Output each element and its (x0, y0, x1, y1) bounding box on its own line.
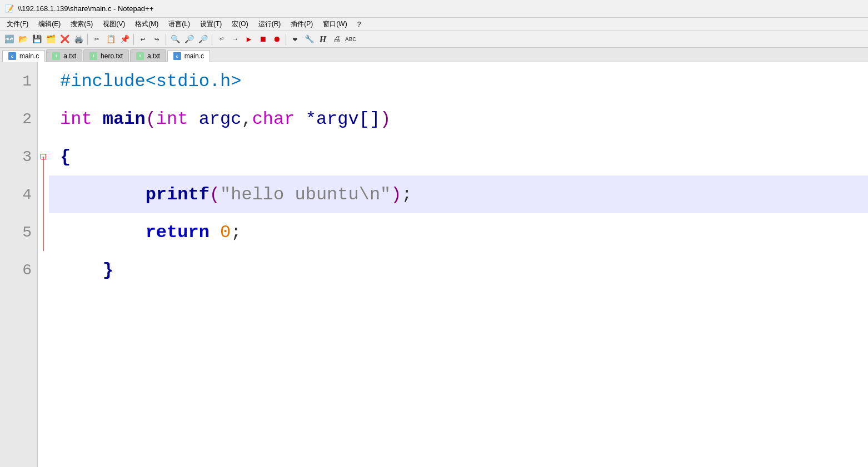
separator-2 (133, 34, 134, 45)
menu-format[interactable]: 格式(M) (131, 18, 163, 30)
menu-help[interactable]: ? (353, 19, 366, 29)
open-button[interactable]: 📂 (16, 33, 29, 46)
code-line-5: return 0 ; (49, 213, 868, 251)
toolbar: 🆕 📂 💾 🗂️ ❌ 🖨️ ✂️ 📋 📌 ↩️ ↪️ 🔍 🔎 🔎 ⏎ → ▶ ⏹… (0, 31, 868, 48)
menu-settings[interactable]: 设置(T) (196, 18, 226, 30)
title-bar: 📝 \\192.168.1.139\share\main.c - Notepad… (0, 0, 868, 18)
print-button[interactable]: 🖨️ (72, 33, 85, 46)
code-line-6: } (49, 251, 868, 289)
find-button[interactable]: 🔍 (168, 33, 182, 46)
app-icon: 📝 (4, 4, 14, 14)
zoom-in-button[interactable]: 🔎 (182, 33, 196, 46)
line-num-4: 4 (0, 175, 37, 213)
tab-label-1: main.c (19, 52, 39, 60)
tab-main-c-2[interactable]: c main.c (167, 50, 210, 62)
tab-icon-c-2: c (173, 52, 181, 60)
code-token-int2: int (156, 109, 188, 129)
menu-file[interactable]: 文件(F) (2, 18, 33, 30)
menu-language[interactable]: 语言(L) (164, 18, 194, 30)
code-token-char: char (252, 109, 295, 129)
code-token-printf-cparen: ) (391, 184, 401, 205)
code-token-oparen: ( (146, 109, 156, 129)
code-token-cparen: ) (380, 109, 391, 129)
tab-a-txt-1[interactable]: t a.txt (46, 49, 82, 62)
undo-button[interactable]: ↩️ (136, 33, 149, 46)
menu-run[interactable]: 运行(R) (254, 18, 286, 30)
macro-button[interactable]: 🔧 (302, 33, 316, 46)
save-button[interactable]: 💾 (30, 33, 43, 46)
save-all-button[interactable]: 🗂️ (44, 33, 57, 46)
spellcheck-button[interactable]: ABC (344, 33, 357, 46)
code-token-zero: 0 (220, 222, 231, 243)
cut-button[interactable]: ✂️ (90, 33, 103, 46)
line-num-5: 5 (0, 213, 37, 251)
tab-label-5: main.c (184, 52, 204, 60)
fold-line-4 (43, 175, 44, 213)
menu-edit[interactable]: 编辑(E) (34, 18, 65, 30)
menu-view[interactable]: 视图(V) (98, 18, 129, 30)
menu-plugins[interactable]: 插件(P) (286, 18, 317, 30)
separator-4 (212, 34, 212, 45)
print2-button[interactable]: 🖨 (330, 33, 343, 46)
zoom-out-button[interactable]: 🔎 (196, 33, 209, 46)
title-text: \\192.168.1.139\share\main.c - Notepad++ (18, 4, 153, 13)
menu-macro[interactable]: 宏(O) (227, 18, 252, 30)
fold-cell-6 (38, 251, 49, 289)
record-button[interactable]: ⏺ (270, 33, 283, 46)
redo-button[interactable]: ↪️ (150, 33, 163, 46)
code-token-include: #include<stdio.h> (60, 71, 241, 92)
code-token-comma: , (241, 109, 252, 129)
line-num-1: 1 (0, 62, 37, 100)
heading-button[interactable]: H (316, 33, 330, 46)
code-token-main: main (103, 109, 146, 129)
tab-icon-c-1: c (8, 52, 16, 60)
fold-line-5 (43, 213, 44, 251)
tab-label-2: a.txt (63, 52, 76, 60)
code-area: 1 2 3 4 5 6 - #include<stdio.h> int m (0, 62, 868, 467)
wrap-button[interactable]: ⏎ (214, 33, 228, 46)
code-token-close-brace: } (103, 260, 113, 280)
run-button[interactable]: ▶ (242, 33, 256, 46)
code-token-open-brace: { (60, 147, 71, 167)
line-num-6: 6 (0, 251, 37, 289)
new-button[interactable]: 🆕 (2, 33, 16, 46)
code-token-printf-paren: ( (209, 184, 220, 205)
tab-icon-txt-3: t (136, 52, 144, 60)
fold-cell-3[interactable]: - (38, 138, 49, 175)
tab-icon-txt-1: t (52, 52, 60, 60)
code-token-semi2: ; (231, 222, 241, 243)
line-num-3: 3 (0, 138, 37, 175)
fold-cell-2 (38, 100, 49, 138)
tab-hero-txt[interactable]: t hero.txt (83, 49, 129, 62)
code-line-2: int main ( int argc , char *argv[] ) (49, 100, 868, 138)
code-token-argc: argc (199, 109, 242, 129)
tab-label-3: hero.txt (101, 52, 123, 60)
fold-area: - (38, 62, 49, 467)
code-token-string: "hello ubuntu\n" (220, 184, 391, 205)
close-button[interactable]: ❌ (58, 33, 71, 46)
menu-window[interactable]: 窗口(W) (318, 18, 351, 30)
code-token-return: return (146, 222, 209, 243)
code-content[interactable]: #include<stdio.h> int main ( int argc , … (49, 62, 868, 467)
copy-button[interactable]: 📋 (104, 33, 117, 46)
code-token-argv: *argv[] (306, 109, 380, 129)
separator-1 (87, 34, 88, 45)
paste-button[interactable]: 📌 (118, 33, 131, 46)
fold-line-start (43, 157, 44, 175)
tab-main-c-1[interactable]: c main.c (2, 50, 45, 62)
menu-bar: 文件(F) 编辑(E) 搜索(S) 视图(V) 格式(M) 语言(L) 设置(T… (0, 18, 868, 31)
tab-a-txt-2[interactable]: t a.txt (130, 49, 166, 62)
menu-search[interactable]: 搜索(S) (66, 18, 97, 30)
line-numbers: 1 2 3 4 5 6 (0, 62, 38, 467)
stop-button[interactable]: ⏹ (256, 33, 270, 46)
code-line-4: printf ( "hello ubuntu\n" ) ; (49, 175, 868, 213)
indent-button[interactable]: → (228, 33, 242, 46)
code-token-semi1: ; (402, 184, 412, 205)
code-token-printf: printf (146, 184, 209, 205)
tab-label-4: a.txt (147, 52, 160, 60)
bookmark-button[interactable]: ❤️ (288, 33, 302, 46)
tab-bar: c main.c t a.txt t hero.txt t a.txt c ma… (0, 48, 868, 62)
fold-cell-5 (38, 213, 49, 251)
line-num-2: 2 (0, 100, 37, 138)
fold-cell-4 (38, 175, 49, 213)
